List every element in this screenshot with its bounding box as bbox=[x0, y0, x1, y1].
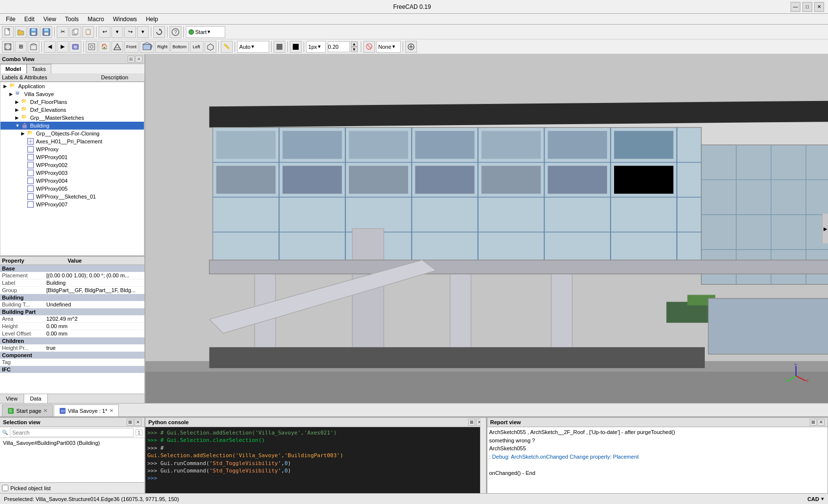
view3d-btn[interactable] bbox=[28, 41, 39, 53]
tree-item-wpproxy005[interactable]: ▶ WPProxy005 bbox=[0, 185, 144, 193]
tree-arrow-app[interactable]: ▶ bbox=[3, 84, 9, 89]
tree-item-application[interactable]: ▶ 📁 Application bbox=[0, 82, 144, 90]
picked-object-checkbox[interactable] bbox=[2, 485, 8, 491]
undo-btn[interactable]: ↩ bbox=[99, 26, 110, 38]
props-row-placement[interactable]: Placement [(0.00 0.00 1.00); 0.00 °; (0.… bbox=[0, 272, 144, 279]
menu-view[interactable]: View bbox=[39, 15, 60, 24]
search-input[interactable] bbox=[10, 428, 134, 437]
tree-item-grp-master[interactable]: ▶ 📁 Grp__MasterSketches bbox=[0, 114, 144, 122]
back-btn[interactable]: ◀ bbox=[44, 41, 56, 53]
console-scrollbar[interactable] bbox=[480, 418, 486, 493]
combo-float-btn[interactable]: ⊞ bbox=[128, 56, 135, 63]
menu-macro[interactable]: Macro bbox=[84, 15, 108, 24]
persp-btn[interactable] bbox=[111, 41, 123, 53]
front-view-btn[interactable]: Front bbox=[124, 41, 138, 53]
tree-item-wpproxy004[interactable]: ▶ WPProxy004 bbox=[0, 177, 144, 185]
tree-arrow-grp-master[interactable]: ▶ bbox=[15, 115, 21, 120]
forward-btn[interactable]: ▶ bbox=[57, 41, 69, 53]
saveas-btn[interactable]: + bbox=[40, 26, 52, 38]
props-row-building-type[interactable]: Building T... Undefined bbox=[0, 301, 144, 308]
menu-windows[interactable]: Windows bbox=[109, 15, 141, 24]
report-float-btn[interactable]: ⊞ bbox=[810, 419, 817, 426]
props-row-label[interactable]: Label Building bbox=[0, 279, 144, 287]
no-icon[interactable]: 🚫 bbox=[363, 41, 375, 53]
tree-item-villa[interactable]: ▶ 🏛 Villa Savoye bbox=[0, 90, 144, 98]
none-dropdown[interactable]: None▾ bbox=[376, 41, 401, 53]
tab-view[interactable]: View bbox=[0, 394, 24, 403]
spin-down[interactable]: ▼ bbox=[351, 47, 358, 52]
status-arrow[interactable]: ▾ bbox=[821, 496, 824, 502]
props-row-area[interactable]: Area 1202.49 m^2 bbox=[0, 315, 144, 323]
tab-start-close[interactable]: ✕ bbox=[43, 408, 47, 413]
title-bar-controls[interactable]: — □ ✕ bbox=[791, 2, 824, 12]
right-view-btn[interactable]: Right bbox=[155, 41, 170, 53]
py-float-btn[interactable]: ⊞ bbox=[468, 419, 475, 426]
props-row-height[interactable]: Height 0.00 mm bbox=[0, 323, 144, 330]
tree-item-grp-objects[interactable]: ▶ 📁 Grp__Objects-For-Cloning bbox=[0, 130, 144, 137]
copy-btn[interactable] bbox=[69, 26, 81, 38]
menu-file[interactable]: File bbox=[2, 15, 19, 24]
cut-btn[interactable]: ✂ bbox=[57, 26, 69, 38]
tab-data[interactable]: Data bbox=[24, 394, 48, 403]
tree-arrow-dxf-elev[interactable]: ▶ bbox=[15, 107, 21, 112]
sel-close-btn[interactable]: ✕ bbox=[135, 419, 141, 426]
spin-up[interactable]: ▲ bbox=[351, 41, 358, 47]
line-value-input[interactable] bbox=[328, 41, 350, 52]
menu-edit[interactable]: Edit bbox=[20, 15, 38, 24]
maximize-button[interactable]: □ bbox=[802, 2, 812, 12]
props-row-leveloffset[interactable]: Level Offset 0.00 mm bbox=[0, 330, 144, 337]
python-console-content[interactable]: >>> # Gui.Selection.addSelection('Villa_… bbox=[145, 427, 486, 493]
props-row-tag[interactable]: Tag bbox=[0, 359, 144, 366]
tree-item-building[interactable]: ▼ Building bbox=[0, 122, 144, 130]
tree-item-wpproxy003[interactable]: ▶ WPProxy003 bbox=[0, 169, 144, 177]
tree-item-dxf-elev[interactable]: ▶ 📁 Dxf_Elevations bbox=[0, 106, 144, 114]
home-btn[interactable]: 🏠 bbox=[99, 41, 110, 53]
redo-btn[interactable]: ↪ bbox=[124, 26, 136, 38]
minimize-button[interactable]: — bbox=[791, 2, 800, 12]
fit-sel-btn[interactable]: ⊞ bbox=[15, 41, 27, 53]
undo-dropdown[interactable]: ▾ bbox=[111, 26, 123, 38]
combo-close-btn[interactable]: ✕ bbox=[136, 56, 142, 63]
new-btn[interactable] bbox=[2, 26, 14, 38]
tab-villa-close[interactable]: ✕ bbox=[109, 408, 113, 413]
left-view-btn[interactable]: Left bbox=[190, 41, 204, 53]
viewport[interactable]: 前 右 X Y Z ▶ bbox=[145, 54, 828, 403]
help-btn[interactable]: ? bbox=[170, 26, 181, 38]
open-btn[interactable] bbox=[15, 26, 27, 38]
measure-btn[interactable]: 📏 bbox=[221, 41, 233, 53]
workbench-menu-btn[interactable] bbox=[69, 41, 81, 53]
props-row-group[interactable]: Group [BldgPart__GF, BldgPart__1F, Bldg.… bbox=[0, 287, 144, 294]
close-button[interactable]: ✕ bbox=[814, 2, 824, 12]
color2-btn[interactable] bbox=[290, 41, 302, 53]
tree-area[interactable]: ▶ 📁 Application ▶ 🏛 Villa Savoye ▶ 📁 Dxf… bbox=[0, 82, 144, 256]
std-view-btn[interactable] bbox=[86, 41, 98, 53]
top-view-btn[interactable] bbox=[139, 41, 154, 53]
tree-item-axes[interactable]: ▶ Axes_H01__Pri_Placement bbox=[0, 137, 144, 145]
auto-dropdown[interactable]: Auto▾ bbox=[237, 41, 269, 53]
tab-tasks[interactable]: Tasks bbox=[27, 64, 51, 73]
tree-item-wpproxy001[interactable]: ▶ WPProxy001 bbox=[0, 153, 144, 161]
viewport-right-arrow[interactable]: ▶ bbox=[822, 214, 828, 243]
props-row-heightpr[interactable]: Height Pr... true bbox=[0, 344, 144, 352]
selection-item[interactable]: Villa_Savoye#BuildingPart003 (Building) bbox=[1, 439, 143, 447]
tree-item-wpproxy-sk[interactable]: ▶ WPProxy__Sketches_01 bbox=[0, 193, 144, 201]
workbench-dropdown[interactable]: Start ▾ bbox=[186, 26, 225, 38]
fit-all-btn[interactable] bbox=[2, 41, 14, 53]
tree-item-wpproxy[interactable]: ▶ WPProxy bbox=[0, 145, 144, 153]
tab-villa[interactable]: 3D Villa Savoye : 1* ✕ bbox=[54, 404, 119, 416]
iso-btn[interactable] bbox=[205, 41, 216, 53]
menu-help[interactable]: Help bbox=[142, 15, 162, 24]
report-close-btn[interactable]: ✕ bbox=[818, 419, 825, 426]
tree-arrow-grp-obj[interactable]: ▶ bbox=[21, 131, 27, 136]
color-btn[interactable] bbox=[274, 41, 285, 53]
sel-float-btn[interactable]: ⊞ bbox=[127, 419, 134, 426]
tree-item-wpproxy002[interactable]: ▶ WPProxy002 bbox=[0, 161, 144, 169]
bottom-view-btn[interactable]: Bottom bbox=[171, 41, 189, 53]
paste-btn[interactable]: 📋 bbox=[82, 26, 94, 38]
tree-arrow-dxf-floor[interactable]: ▶ bbox=[15, 100, 21, 104]
redo-dropdown[interactable]: ▾ bbox=[137, 26, 149, 38]
extra-btn[interactable] bbox=[405, 41, 417, 53]
menu-tools[interactable]: Tools bbox=[61, 15, 83, 24]
tree-arrow-building[interactable]: ▼ bbox=[15, 123, 21, 128]
tree-item-wpproxy007[interactable]: ▶ WPProxy007 bbox=[0, 201, 144, 208]
